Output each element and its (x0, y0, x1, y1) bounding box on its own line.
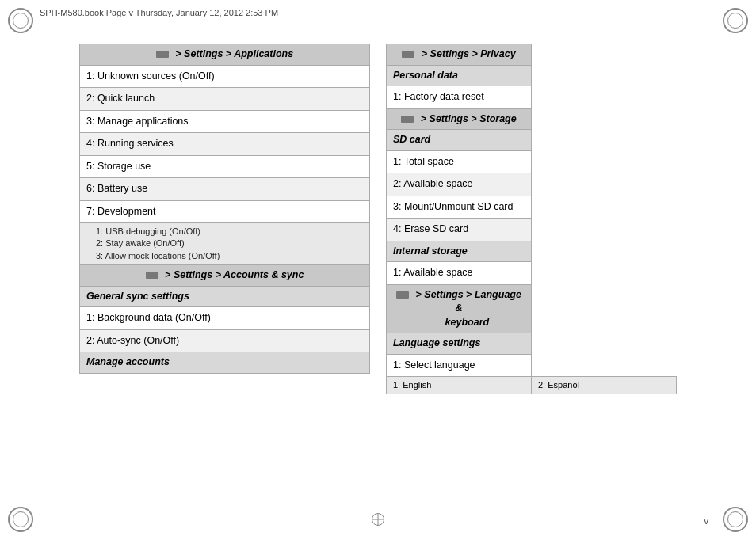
list-item: 1: Total space (387, 150, 677, 173)
sub-item-text: 1: USB debugging (On/Off) 2: Stay awake … (80, 223, 370, 265)
item-text: 4: Running services (80, 133, 370, 156)
list-item: 1: Unknown sources (On/Off) (80, 65, 370, 88)
list-item: 2: Quick launch (80, 88, 370, 111)
item-text: 1: Available space (387, 262, 532, 285)
main-content: > Settings > Applications 1: Unknown sou… (79, 44, 677, 394)
accounts-sync-header-text: > Settings > Accounts & sync (165, 269, 304, 280)
item-text: 3: Manage applications (80, 110, 370, 133)
list-item: 3: Manage applications (80, 110, 370, 133)
sub-header-text: Manage accounts (80, 352, 370, 374)
manage-accounts-subheader: Manage accounts (80, 352, 370, 374)
internal-storage-subheader: Internal storage (387, 241, 677, 262)
corner-decoration-bl (8, 507, 33, 532)
list-item: 1: Select language (387, 354, 677, 377)
sub-header-text: Internal storage (387, 241, 532, 262)
item-text: 7: Development (80, 200, 370, 223)
list-item: 1: Available space (387, 262, 677, 285)
sub-header-text: Language settings (387, 333, 532, 355)
item-text: 4: Erase SD card (387, 219, 532, 241)
right-column: > Settings > Privacy Personal data 1: Fa… (386, 44, 677, 394)
sd-card-subheader: SD card (387, 130, 677, 151)
general-sync-subheader: General sync settings (80, 286, 370, 307)
corner-decoration-tl (8, 8, 33, 33)
list-item: 3: Mount/Unmount SD card (387, 196, 677, 219)
list-item: 1: Background data (On/Off) (80, 307, 370, 330)
header-icon (146, 272, 158, 279)
sub-header-text: Personal data (387, 65, 532, 86)
list-item: 2: Available space (387, 173, 677, 196)
item-text: 1: Select language (387, 354, 532, 377)
sub-header-text: SD card (387, 130, 532, 151)
header-icon (401, 116, 414, 123)
list-item: 4: Erase SD card (387, 219, 677, 241)
privacy-header-text: > Settings > Privacy (422, 48, 516, 59)
page-number: v (704, 516, 709, 526)
left-table: > Settings > Applications 1: Unknown sou… (79, 44, 370, 374)
applications-header: > Settings > Applications (80, 44, 370, 66)
header-icon (396, 291, 409, 299)
item-text: 2: Quick launch (80, 88, 370, 111)
applications-header-text: > Settings > Applications (175, 48, 293, 59)
item-text: 1: Background data (On/Off) (80, 307, 370, 330)
item-text: 1: Unknown sources (On/Off) (80, 65, 370, 88)
list-item: 4: Running services (80, 133, 370, 156)
col2-text: 2: Espanol (532, 377, 677, 394)
two-column-row: 1: English 2: Espanol (387, 377, 677, 394)
language-keyboard-header: > Settings > Language & keyboard (387, 284, 677, 333)
storage-header: > Settings > Storage (387, 108, 677, 130)
item-text: 1: Factory data reset (387, 86, 532, 109)
center-bottom-decoration (370, 511, 386, 527)
privacy-header: > Settings > Privacy (387, 44, 677, 66)
language-keyboard-header-text: > Settings > Language & keyboard (416, 289, 521, 328)
item-text: 1: Total space (387, 150, 532, 173)
corner-decoration-br (723, 507, 748, 532)
item-text: 5: Storage use (80, 155, 370, 178)
header-icon (156, 51, 169, 58)
right-table: > Settings > Privacy Personal data 1: Fa… (386, 44, 677, 394)
list-item: 1: Factory data reset (387, 86, 677, 109)
corner-decoration-tr (723, 8, 748, 33)
storage-header-text: > Settings > Storage (421, 113, 517, 124)
page-header: SPH-M580.book Page v Thursday, January 1… (40, 8, 716, 21)
accounts-sync-header: > Settings > Accounts & sync (80, 265, 370, 287)
item-text: 2: Auto-sync (On/Off) (80, 329, 370, 352)
page-header-text: SPH-M580.book Page v Thursday, January 1… (40, 8, 278, 17)
list-item: 2: Auto-sync (On/Off) (80, 329, 370, 352)
sub-item: 1: USB debugging (On/Off) 2: Stay awake … (80, 223, 370, 265)
item-text: 6: Battery use (80, 178, 370, 201)
list-item: 5: Storage use (80, 155, 370, 178)
col1-text: 1: English (387, 377, 532, 394)
personal-data-subheader: Personal data (387, 65, 677, 86)
sub-header-text: General sync settings (80, 286, 370, 307)
language-settings-subheader: Language settings (387, 333, 677, 355)
item-text: 3: Mount/Unmount SD card (387, 196, 532, 219)
list-item: 6: Battery use (80, 178, 370, 201)
header-icon (402, 51, 414, 58)
list-item: 7: Development (80, 200, 370, 223)
item-text: 2: Available space (387, 173, 532, 196)
left-column: > Settings > Applications 1: Unknown sou… (79, 44, 370, 394)
